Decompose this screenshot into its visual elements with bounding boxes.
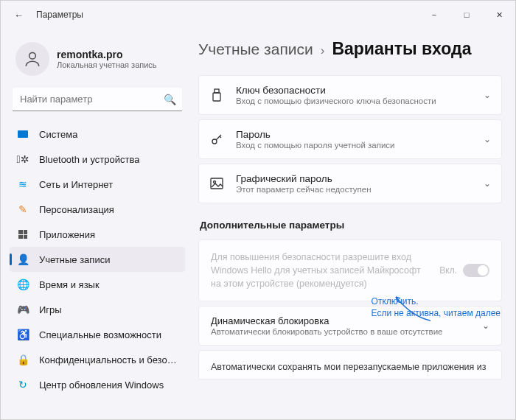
sidebar-item-bluetooth[interactable]: ✲ Bluetooth и устройства: [10, 147, 185, 172]
dynamic-lock-subtitle: Автоматически блокировать устройство в в…: [211, 327, 482, 336]
bluetooth-icon: ✲: [17, 153, 29, 165]
breadcrumb-parent[interactable]: Учетные записи: [198, 41, 313, 58]
setting-auto-restart: Автоматически сохранять мои перезапускае…: [198, 350, 502, 379]
sidebar-item-personalization[interactable]: ✎ Персонализация: [10, 197, 185, 222]
user-profile[interactable]: remontka.pro Локальная учетная запись: [7, 35, 191, 88]
breadcrumb: Учетные записи › Варианты входа: [198, 39, 502, 59]
time-icon: 🌐: [17, 279, 29, 290]
wifi-icon: ≋: [17, 178, 29, 190]
accounts-icon: 👤: [17, 253, 29, 265]
sidebar-item-system[interactable]: Система: [10, 122, 185, 147]
card-subtitle: Вход с помощью пароля учетной записи: [236, 141, 484, 150]
hello-text: Для повышения безопасности разрешите вхо…: [211, 251, 439, 290]
chevron-down-icon: ⌄: [484, 134, 491, 144]
setting-windows-hello: Для повышения безопасности разрешите вхо…: [198, 239, 502, 301]
svg-rect-4: [211, 178, 223, 189]
auto-restart-text: Автоматически сохранять мои перезапускае…: [211, 362, 487, 372]
search-input[interactable]: [13, 88, 182, 111]
card-title: Ключ безопасности: [236, 85, 484, 96]
games-icon: 🎮: [17, 304, 29, 315]
usb-key-icon: [209, 88, 224, 102]
svg-point-5: [214, 181, 216, 183]
sidebar-item-update[interactable]: ↻ Центр обновления Windows: [10, 372, 185, 397]
back-button[interactable]: ←: [14, 10, 26, 21]
chevron-down-icon: ⌄: [484, 90, 491, 100]
breadcrumb-current: Варианты входа: [332, 39, 471, 59]
svg-rect-1: [215, 89, 219, 93]
user-name: remontka.pro: [57, 49, 157, 60]
key-icon: [209, 133, 224, 146]
setting-dynamic-lock[interactable]: Динамическая блокировка Автоматически бл…: [198, 306, 502, 346]
apps-icon: [17, 228, 29, 240]
user-subtitle: Локальная учетная запись: [57, 60, 157, 69]
chevron-down-icon: ⌄: [482, 321, 489, 331]
personalization-icon: ✎: [17, 203, 29, 215]
toggle-label: Вкл.: [439, 265, 457, 276]
card-title: Пароль: [236, 129, 484, 140]
sidebar-item-apps[interactable]: Приложения: [10, 222, 185, 247]
chevron-right-icon: ›: [321, 43, 325, 58]
additional-section-title: Дополнительные параметры: [200, 220, 502, 231]
close-button[interactable]: ✕: [483, 1, 515, 29]
window-title: Параметры: [36, 10, 83, 20]
sidebar-item-games[interactable]: 🎮 Игры: [10, 297, 185, 322]
card-subtitle: Вход с помощью физического ключа безопас…: [236, 97, 484, 105]
card-security-key[interactable]: Ключ безопасности Вход с помощью физичес…: [198, 75, 502, 115]
privacy-icon: 🔒: [17, 354, 29, 365]
card-subtitle: Этот параметр сейчас недоступен: [236, 185, 484, 194]
update-icon: ↻: [17, 379, 29, 391]
sidebar-item-accounts[interactable]: 👤 Учетные записи: [10, 247, 185, 272]
maximize-button[interactable]: □: [450, 1, 483, 29]
minimize-button[interactable]: −: [418, 1, 450, 29]
card-title: Графический пароль: [236, 173, 484, 184]
sidebar-item-time[interactable]: 🌐 Время и язык: [10, 272, 185, 297]
sidebar-item-network[interactable]: ≋ Сеть и Интернет: [10, 172, 185, 197]
picture-icon: [209, 178, 224, 189]
sidebar-item-accessibility[interactable]: ♿ Специальные возможности: [10, 322, 185, 347]
card-picture-password[interactable]: Графический пароль Этот параметр сейчас …: [198, 164, 502, 203]
card-password[interactable]: Пароль Вход с помощью пароля учетной зап…: [198, 119, 502, 159]
dynamic-lock-title: Динамическая блокировка: [211, 315, 482, 326]
svg-point-0: [29, 52, 36, 59]
avatar-icon: [15, 42, 49, 76]
system-icon: [17, 128, 29, 140]
search-icon: 🔍: [164, 94, 176, 105]
accessibility-icon: ♿: [17, 329, 29, 340]
svg-rect-2: [213, 93, 220, 101]
sidebar-item-privacy[interactable]: 🔒 Конфиденциальность и безопасность: [10, 347, 185, 372]
search-container: 🔍: [13, 88, 182, 111]
hello-toggle[interactable]: [463, 264, 489, 277]
chevron-down-icon: ⌄: [484, 178, 491, 189]
